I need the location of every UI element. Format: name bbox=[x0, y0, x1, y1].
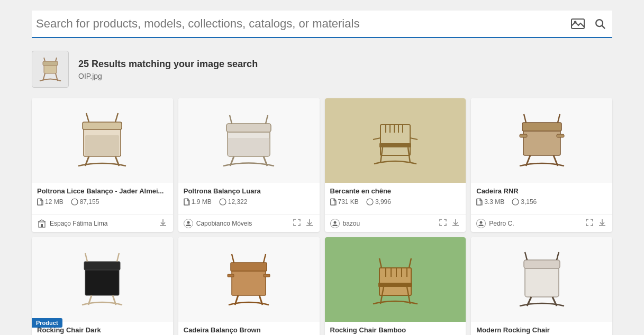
card-image-4 bbox=[471, 98, 612, 183]
card-body-2: Poltrona Balanço Luara 1.9 MB 12,322 bbox=[178, 183, 320, 214]
svg-line-61 bbox=[524, 114, 526, 123]
author-3: bazou bbox=[330, 219, 360, 228]
person-icon-3 bbox=[330, 219, 340, 228]
file-size-4: 3.3 MB bbox=[476, 198, 504, 206]
card-image-5 bbox=[32, 237, 173, 322]
svg-line-124 bbox=[557, 252, 559, 260]
chair-image-5 bbox=[65, 243, 139, 317]
svg-rect-63 bbox=[520, 134, 527, 137]
card-body-4: Cadeira RNR 3.3 MB 3,156 bbox=[471, 183, 612, 214]
file-icon-2 bbox=[184, 198, 190, 206]
product-card-8: Modern Rocking Chair 4.2 MB 6,123 bbox=[471, 237, 612, 335]
svg-point-54 bbox=[333, 221, 336, 224]
svg-rect-119 bbox=[525, 266, 559, 297]
svg-rect-39 bbox=[380, 125, 410, 155]
svg-line-29 bbox=[230, 115, 232, 124]
search-button[interactable] bbox=[592, 16, 608, 32]
expand-button-2[interactable] bbox=[292, 218, 302, 229]
card-footer-4: Pedro C. bbox=[471, 214, 612, 232]
search-icons bbox=[569, 16, 608, 32]
card-actions-3 bbox=[438, 218, 460, 229]
card-image-8 bbox=[471, 237, 612, 322]
svg-point-68 bbox=[512, 199, 519, 205]
svg-rect-11 bbox=[83, 122, 122, 129]
chair-image-6 bbox=[212, 243, 286, 317]
svg-line-9 bbox=[56, 58, 57, 61]
card-body-6: Cadeira Balanço Brown 1.5 MB 4,210 bbox=[178, 322, 320, 335]
card-footer-1: Espaço Fátima Lima bbox=[32, 214, 173, 232]
svg-rect-65 bbox=[477, 199, 481, 205]
image-search-button[interactable] bbox=[569, 16, 587, 31]
svg-line-77 bbox=[117, 253, 119, 262]
file-icon-3 bbox=[330, 198, 337, 206]
card-body-7: Rocking Chair Bamboo 890 KB 2,876 bbox=[325, 322, 466, 335]
expand-button-4[interactable] bbox=[585, 218, 594, 229]
chair-image-4 bbox=[505, 104, 579, 178]
card-image-1 bbox=[32, 98, 173, 183]
results-count: 25 Results matching your image search bbox=[78, 59, 258, 70]
svg-rect-106 bbox=[378, 283, 412, 287]
download-button-2[interactable] bbox=[305, 218, 314, 229]
svg-line-89 bbox=[232, 254, 234, 263]
svg-line-123 bbox=[525, 252, 527, 260]
download-button-4[interactable] bbox=[597, 218, 607, 229]
expand-button-3[interactable] bbox=[438, 218, 448, 229]
file-size-3: 731 KB bbox=[330, 198, 359, 206]
svg-point-69 bbox=[480, 221, 483, 224]
svg-point-36 bbox=[187, 221, 189, 224]
search-thumbnail bbox=[32, 51, 69, 88]
views-icon-3 bbox=[366, 198, 374, 206]
svg-line-109 bbox=[379, 258, 382, 268]
chair-image-2 bbox=[212, 104, 286, 178]
svg-rect-64 bbox=[557, 134, 564, 137]
views-3: 3,996 bbox=[366, 198, 391, 206]
product-card-4: Cadeira RNR 3.3 MB 3,156 bbox=[471, 98, 612, 232]
card-actions-4 bbox=[585, 218, 607, 229]
svg-rect-72 bbox=[85, 268, 119, 295]
file-size-2: 1.9 MB bbox=[184, 198, 212, 206]
product-card-3: Bercante en chêne 731 KB 3,996 bbox=[325, 98, 466, 232]
views-1: 87,155 bbox=[71, 198, 99, 206]
svg-rect-5 bbox=[43, 61, 58, 66]
svg-rect-22 bbox=[41, 224, 43, 227]
results-filename: OIP.jpg bbox=[78, 72, 258, 80]
chair-image-1 bbox=[65, 104, 139, 178]
image-icon bbox=[571, 18, 585, 29]
card-body-8: Modern Rocking Chair 4.2 MB 6,123 bbox=[471, 322, 612, 335]
svg-rect-91 bbox=[228, 274, 234, 277]
views-icon-1 bbox=[71, 198, 78, 206]
svg-rect-17 bbox=[38, 199, 42, 205]
card-title-2: Poltrona Balanço Luara bbox=[184, 187, 314, 195]
author-4: Pedro C. bbox=[476, 219, 514, 228]
results-header: 25 Results matching your image search OI… bbox=[32, 51, 612, 88]
chair-image-8 bbox=[505, 243, 579, 317]
svg-line-14 bbox=[86, 113, 89, 122]
product-card-7: Rocking Chair Bamboo 890 KB 2,876 bbox=[325, 237, 466, 335]
card-body-1: Poltrona Licce Balanço - Jader Almei... … bbox=[32, 183, 173, 214]
download-button-3[interactable] bbox=[451, 218, 460, 229]
card-meta-4: 3.3 MB 3,156 bbox=[476, 198, 607, 206]
card-title-1: Poltrona Licce Balanço - Jader Almei... bbox=[37, 187, 168, 195]
download-button-1[interactable] bbox=[158, 218, 168, 229]
svg-line-48 bbox=[373, 138, 380, 139]
svg-rect-85 bbox=[232, 269, 266, 295]
svg-line-49 bbox=[410, 138, 418, 139]
search-input[interactable] bbox=[36, 17, 569, 31]
card-meta-3: 731 KB 3,996 bbox=[330, 198, 461, 206]
results-info: 25 Results matching your image search OI… bbox=[78, 59, 258, 80]
svg-rect-120 bbox=[524, 260, 560, 268]
svg-line-30 bbox=[266, 115, 268, 124]
chair-image-3 bbox=[358, 104, 432, 178]
chair-image-7 bbox=[358, 243, 432, 317]
svg-point-53 bbox=[367, 199, 373, 205]
file-size-1: 12 MB bbox=[37, 198, 64, 206]
svg-point-35 bbox=[220, 199, 226, 205]
views-4: 3,156 bbox=[512, 198, 537, 206]
card-title-3: Bercante en chêne bbox=[330, 187, 461, 195]
card-image-6 bbox=[178, 237, 320, 322]
svg-rect-73 bbox=[84, 262, 120, 270]
svg-rect-92 bbox=[264, 274, 270, 277]
author-2: Capobianco Móveis bbox=[184, 219, 252, 228]
card-image-2 bbox=[178, 98, 320, 183]
file-icon-1 bbox=[37, 198, 43, 206]
